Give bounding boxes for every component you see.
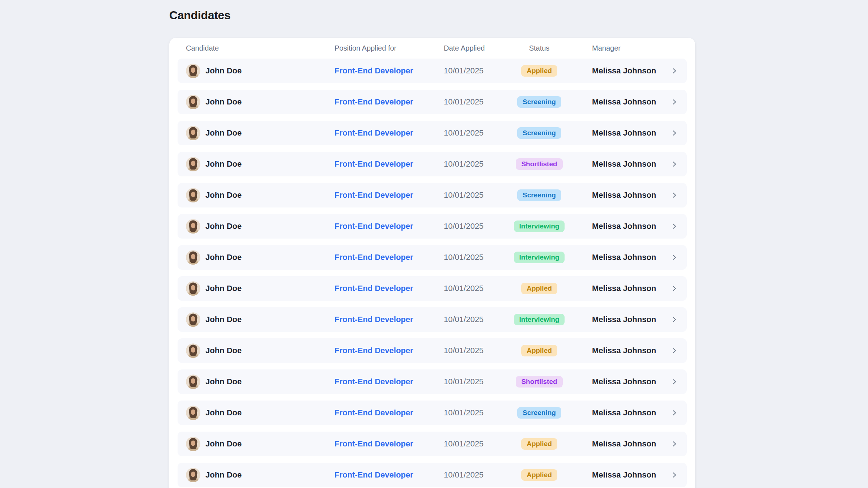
candidate-cell: John Doe (186, 188, 335, 202)
candidate-name: John Doe (205, 470, 242, 480)
position-link[interactable]: Front-End Developer (335, 159, 413, 168)
table-row[interactable]: John Doe Front-End Developer 10/01/2025 … (178, 307, 687, 332)
date-applied: 10/01/2025 (444, 284, 503, 293)
chevron-right-icon[interactable] (670, 222, 678, 230)
position-link[interactable]: Front-End Developer (335, 97, 413, 106)
avatar (186, 95, 200, 109)
table-row[interactable]: John Doe Front-End Developer 10/01/2025 … (178, 121, 687, 145)
candidate-name: John Doe (205, 222, 242, 231)
position-link[interactable]: Front-End Developer (335, 408, 413, 417)
candidate-name: John Doe (205, 97, 242, 107)
manager-name: Melissa Johnson (592, 191, 656, 200)
table-row[interactable]: John Doe Front-End Developer 10/01/2025 … (178, 152, 687, 176)
manager-name: Melissa Johnson (592, 159, 656, 168)
position-link[interactable]: Front-End Developer (335, 377, 413, 386)
candidate-name: John Doe (205, 128, 242, 138)
candidate-cell: John Doe (186, 374, 335, 389)
candidate-cell: John Doe (186, 343, 335, 358)
date-applied: 10/01/2025 (444, 128, 503, 138)
candidate-name: John Doe (205, 346, 242, 355)
manager-name: Melissa Johnson (592, 253, 656, 262)
status-badge: Applied (521, 438, 557, 450)
chevron-right-icon[interactable] (670, 160, 678, 168)
status-badge: Interviewing (514, 221, 565, 232)
avatar (186, 312, 200, 327)
status-badge: Interviewing (514, 252, 565, 263)
status-badge: Applied (521, 283, 557, 294)
chevron-right-icon[interactable] (670, 471, 678, 479)
position-link[interactable]: Front-End Developer (335, 284, 413, 293)
position-link[interactable]: Front-End Developer (335, 222, 413, 231)
position-link[interactable]: Front-End Developer (335, 315, 413, 324)
status-badge: Shortlisted (516, 158, 562, 170)
avatar (186, 188, 200, 202)
table-row[interactable]: John Doe Front-End Developer 10/01/2025 … (178, 369, 687, 394)
candidate-cell: John Doe (186, 157, 335, 171)
status-badge: Screening (517, 96, 561, 108)
date-applied: 10/01/2025 (444, 470, 503, 480)
manager-name: Melissa Johnson (592, 128, 656, 137)
chevron-right-icon[interactable] (670, 440, 678, 448)
candidate-name: John Doe (205, 159, 242, 169)
chevron-right-icon[interactable] (670, 191, 678, 199)
avatar (186, 343, 200, 358)
table-row[interactable]: John Doe Front-End Developer 10/01/2025 … (178, 463, 687, 487)
chevron-right-icon[interactable] (670, 129, 678, 137)
status-badge: Applied (521, 469, 557, 481)
date-applied: 10/01/2025 (444, 253, 503, 262)
candidate-name: John Doe (205, 439, 242, 449)
table-row[interactable]: John Doe Front-End Developer 10/01/2025 … (178, 276, 687, 301)
column-header-manager: Manager (575, 44, 665, 52)
table-row[interactable]: John Doe Front-End Developer 10/01/2025 … (178, 183, 687, 207)
chevron-right-icon[interactable] (670, 409, 678, 417)
table-row[interactable]: John Doe Front-End Developer 10/01/2025 … (178, 214, 687, 239)
table-row[interactable]: John Doe Front-End Developer 10/01/2025 … (178, 90, 687, 114)
page-title: Candidates (169, 8, 868, 22)
date-applied: 10/01/2025 (444, 191, 503, 200)
column-header-position: Position Applied for (335, 44, 444, 52)
manager-name: Melissa Johnson (592, 346, 656, 355)
status-badge: Screening (517, 407, 561, 419)
manager-name: Melissa Johnson (592, 377, 656, 386)
avatar (186, 468, 200, 482)
position-link[interactable]: Front-End Developer (335, 346, 413, 355)
candidate-cell: John Doe (186, 312, 335, 327)
status-badge: Screening (517, 127, 561, 139)
chevron-right-icon[interactable] (670, 253, 678, 261)
position-link[interactable]: Front-End Developer (335, 191, 413, 200)
candidate-cell: John Doe (186, 406, 335, 420)
chevron-right-icon[interactable] (670, 284, 678, 292)
position-link[interactable]: Front-End Developer (335, 470, 413, 479)
chevron-right-icon[interactable] (670, 347, 678, 355)
status-badge: Applied (521, 345, 557, 356)
chevron-right-icon[interactable] (670, 316, 678, 324)
date-applied: 10/01/2025 (444, 439, 503, 449)
manager-name: Melissa Johnson (592, 284, 656, 293)
table-header-row: Candidate Position Applied for Date Appl… (178, 38, 687, 59)
table-row[interactable]: John Doe Front-End Developer 10/01/2025 … (178, 338, 687, 363)
candidate-name: John Doe (205, 284, 242, 293)
table-row[interactable]: John Doe Front-End Developer 10/01/2025 … (178, 59, 687, 83)
candidate-cell: John Doe (186, 437, 335, 451)
candidate-cell: John Doe (186, 250, 335, 265)
position-link[interactable]: Front-End Developer (335, 66, 413, 75)
chevron-right-icon[interactable] (670, 98, 678, 106)
date-applied: 10/01/2025 (444, 159, 503, 169)
manager-name: Melissa Johnson (592, 222, 656, 231)
table-row[interactable]: John Doe Front-End Developer 10/01/2025 … (178, 432, 687, 456)
chevron-right-icon[interactable] (670, 67, 678, 75)
manager-name: Melissa Johnson (592, 315, 656, 324)
table-row[interactable]: John Doe Front-End Developer 10/01/2025 … (178, 401, 687, 425)
table-row[interactable]: John Doe Front-End Developer 10/01/2025 … (178, 245, 687, 270)
manager-name: Melissa Johnson (592, 66, 656, 75)
avatar (186, 157, 200, 171)
candidate-cell: John Doe (186, 281, 335, 296)
position-link[interactable]: Front-End Developer (335, 253, 413, 262)
position-link[interactable]: Front-End Developer (335, 128, 413, 137)
chevron-right-icon[interactable] (670, 378, 678, 386)
position-link[interactable]: Front-End Developer (335, 439, 413, 448)
manager-name: Melissa Johnson (592, 97, 656, 106)
date-applied: 10/01/2025 (444, 315, 503, 324)
manager-name: Melissa Johnson (592, 408, 656, 417)
column-header-candidate: Candidate (186, 44, 335, 52)
